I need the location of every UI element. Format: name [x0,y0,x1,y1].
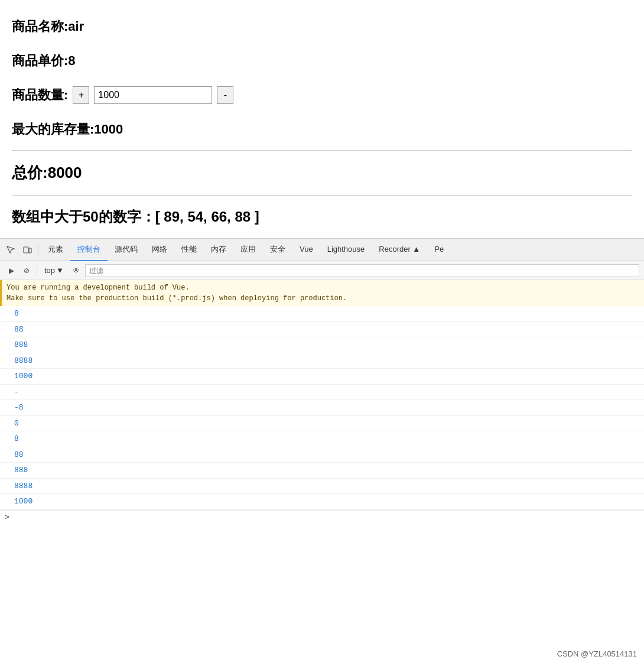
console-toolbar: ▶ ⊘ top ▼ 👁 [0,261,644,280]
quantity-plus-button[interactable]: - [217,86,233,104]
product-price: 商品单价:8 [12,52,632,70]
console-log-1000: 1000 [0,369,644,385]
array-section: 数组中大于50的数字：[ 89, 54, 66, 88 ] [12,207,632,226]
quantity-input[interactable] [94,86,212,104]
tab-elements[interactable]: 元素 [41,239,70,261]
clear-console-icon[interactable]: ⊘ [20,264,33,277]
divider-1 [12,150,632,151]
console-log-8b: 8 [0,431,644,447]
console-log-dash: - [0,385,644,401]
svg-rect-0 [24,247,28,253]
tab-console[interactable]: 控制台 [70,239,108,261]
tab-application[interactable]: 应用 [233,239,263,261]
console-log-8888b: 8888 [0,479,644,495]
main-content: 商品名称:air 商品单价:8 商品数量: + - 最大的库存量:1000 总价… [0,0,644,226]
tab-lighthouse[interactable]: Lighthouse [320,239,372,261]
tab-separator-1 [38,244,38,256]
toolbar-separator [37,266,37,275]
run-snippet-icon[interactable]: ▶ [5,264,18,277]
console-log-8888: 8888 [0,353,644,369]
tab-recorder[interactable]: Recorder ▲ [372,239,427,261]
console-output: You are running a development build of V… [0,280,644,524]
console-log-0: 0 [0,416,644,432]
tab-memory[interactable]: 内存 [204,239,233,261]
tab-sources[interactable]: 源代码 [108,239,145,261]
console-log-1000b: 1000 [0,494,644,510]
tab-performance[interactable]: 性能 [174,239,204,261]
console-log-88b: 88 [0,447,644,463]
console-log-neg8: -8 [0,400,644,416]
tab-pe[interactable]: Pe [427,239,451,261]
inspect-element-icon[interactable] [2,242,19,258]
devtools-panel: 元素 控制台 源代码 网络 性能 内存 应用 安全 Vue Lighthouse [0,238,644,524]
product-name: 商品名称:air [12,18,632,35]
console-log-888b: 888 [0,463,644,479]
console-log-88: 88 [0,322,644,338]
eye-icon[interactable]: 👁 [70,264,83,277]
console-log-888: 888 [0,337,644,353]
filter-input[interactable] [85,264,639,277]
tab-network[interactable]: 网络 [145,239,174,261]
quantity-minus-button[interactable]: + [73,86,89,104]
console-warn-vue: You are running a development build of V… [0,280,644,306]
console-prompt[interactable]: > [0,510,644,524]
console-log-8: 8 [0,306,644,322]
tab-vue[interactable]: Vue [292,239,320,261]
device-toolbar-icon[interactable] [19,242,35,258]
devtools-tabs: 元素 控制台 源代码 网络 性能 内存 应用 安全 Vue Lighthouse [0,239,644,261]
product-quantity: 商品数量: + - [12,86,632,104]
top-context-dropdown[interactable]: top ▼ [41,265,67,276]
divider-2 [12,195,632,196]
tab-security[interactable]: 安全 [263,239,292,261]
max-stock: 最大的库存量:1000 [12,121,632,138]
chevron-down-icon: ▼ [56,266,64,275]
footer-watermark: CSDN @YZL40514131 [557,649,637,658]
total-price: 总价:8000 [12,162,632,183]
svg-rect-1 [29,248,31,253]
